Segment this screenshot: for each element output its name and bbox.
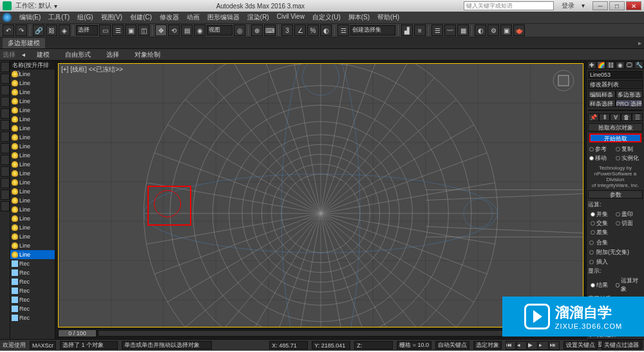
menu-item[interactable]: 工具(T) <box>44 12 73 23</box>
material-editor-button[interactable]: ◐ <box>475 24 486 36</box>
tab-poly-select[interactable]: 多边形选择 <box>616 90 643 98</box>
filter-xrefs-icon[interactable] <box>1 166 10 177</box>
scale-button[interactable]: ▤ <box>181 24 193 36</box>
filter-lights-icon[interactable] <box>1 108 10 119</box>
config-icon[interactable]: ☰ <box>632 113 643 121</box>
hierarchy-tab-icon[interactable]: ⛓ <box>606 61 615 69</box>
play-icon[interactable]: ▶ <box>527 341 538 350</box>
list-item[interactable]: Line <box>10 214 55 223</box>
rollout-parameters[interactable]: 参数 <box>588 190 643 199</box>
op-insert[interactable]: 插入 <box>588 257 643 267</box>
op-imprint[interactable]: 盖印 <box>616 210 640 219</box>
coord-z[interactable]: Z: <box>354 341 393 349</box>
op-intersect[interactable]: 交集 <box>591 219 615 228</box>
show-end-icon[interactable]: Ⅱ <box>599 113 610 121</box>
spinner-snap-button[interactable]: ◐ <box>320 24 332 36</box>
pick-radio[interactable]: 实例化 <box>616 154 641 162</box>
list-item[interactable]: Rec <box>10 295 55 304</box>
select-button[interactable]: ▭ <box>99 24 111 36</box>
goto-end-icon[interactable]: ⏭ <box>549 341 560 350</box>
list-item[interactable]: Line <box>10 241 55 250</box>
set-key-button[interactable]: 设置关键点 <box>564 341 598 349</box>
unique-icon[interactable]: ∀ <box>610 113 621 121</box>
pick-radio[interactable]: 参考 <box>589 145 615 153</box>
list-item[interactable]: Line <box>10 223 55 232</box>
filter-frozen-icon[interactable] <box>1 201 10 211</box>
list-item[interactable]: Line <box>10 79 55 88</box>
menu-item[interactable]: 组(G) <box>73 12 97 23</box>
list-item[interactable]: Line <box>10 115 55 124</box>
list-item[interactable]: Rec <box>10 259 55 268</box>
filter-space-warps-icon[interactable] <box>1 143 10 153</box>
select-region-button[interactable]: ▣ <box>125 24 137 36</box>
menu-item[interactable]: 图形编辑器 <box>204 12 243 23</box>
angle-snap-button[interactable]: ∠ <box>294 24 306 36</box>
coord-x[interactable]: X: 485.71 <box>269 341 308 349</box>
create-tab-icon[interactable]: ✚ <box>587 61 596 69</box>
mirror-button[interactable]: ▟ <box>401 24 413 36</box>
op-merge[interactable]: 合集 <box>588 238 643 248</box>
application-menu-icon[interactable] <box>3 13 12 22</box>
stack-item[interactable]: ⊟ProBoolean <box>589 110 642 111</box>
op-slice[interactable]: 切面 <box>616 219 640 228</box>
object-name-field[interactable]: Line053 <box>588 71 643 79</box>
utilities-tab-icon[interactable]: 🔧 <box>634 61 643 69</box>
help-search-input[interactable]: 键入关键字或短语 <box>464 1 554 10</box>
bind-button[interactable]: ◈ <box>59 24 70 36</box>
rollout-pick-boolean[interactable]: 拾取布尔对象 <box>588 123 643 132</box>
list-item[interactable]: Rec <box>10 268 55 277</box>
display-none-icon[interactable] <box>1 73 10 84</box>
curve-editor-button[interactable]: 〰 <box>444 24 456 36</box>
named-selection-dropdown[interactable]: 创建选择集 <box>350 25 395 35</box>
list-item[interactable]: Line <box>10 124 55 133</box>
scene-explorer-header[interactable]: 名称(按升序排序) <box>10 61 55 70</box>
disp-operands[interactable]: 运算对象 <box>616 277 640 293</box>
menu-item[interactable]: 自定义(U) <box>308 12 345 23</box>
placement-button[interactable]: ◉ <box>194 24 205 36</box>
op-attach[interactable]: 附加(无交集) <box>588 248 643 257</box>
next-frame-icon[interactable]: ▸ <box>538 341 549 350</box>
list-item[interactable]: Line <box>10 70 55 79</box>
modifier-list-dropdown[interactable]: 修改器列表 <box>588 80 643 89</box>
key-filter[interactable]: 选定对象 <box>473 341 502 349</box>
render-button[interactable]: 🫖 <box>513 24 525 36</box>
scene-explorer-list[interactable]: LineLineLineLineLineLineLineLineLineLine… <box>10 70 55 339</box>
ribbon-tab[interactable]: 建模 <box>32 50 55 60</box>
modify-tab-icon[interactable]: 🌈 <box>597 61 606 69</box>
viewport-label[interactable]: [+] [线框] <<已冻结>> <box>61 65 123 74</box>
menu-item[interactable]: 帮助(H) <box>374 12 403 23</box>
menu-item[interactable]: 编辑(E) <box>15 12 44 23</box>
viewport[interactable]: [+] [线框] <<已冻结>> <box>58 63 583 328</box>
rotate-button[interactable]: ⟲ <box>168 24 180 36</box>
filter-shapes-icon[interactable] <box>1 97 10 107</box>
ribbon-tab[interactable]: 对象绘制 <box>129 50 166 60</box>
edit-named-sel-button[interactable]: ☲ <box>337 24 349 36</box>
close-button[interactable]: ✕ <box>626 1 641 10</box>
list-item[interactable]: Line <box>10 142 55 151</box>
list-item[interactable]: Line <box>10 133 55 142</box>
ribbon-tab[interactable]: 自由形式 <box>60 50 96 60</box>
list-item[interactable]: Line <box>10 97 55 106</box>
modifier-stack[interactable]: ⊟ProBoolean运算对象⊟车削Line <box>588 110 643 111</box>
menu-item[interactable]: 渲染(R) <box>243 12 273 23</box>
schematic-view-button[interactable]: ▦ <box>457 24 469 36</box>
maximize-button[interactable]: □ <box>609 1 625 10</box>
auto-key-button[interactable]: 自动关键点 <box>435 341 469 349</box>
link-button[interactable]: 🔗 <box>33 24 44 36</box>
coord-y[interactable]: Y: 2185.041 <box>312 341 350 349</box>
start-pick-button[interactable]: 开始拾取 <box>589 133 641 142</box>
window-crossing-button[interactable]: ◫ <box>138 24 149 36</box>
align-button[interactable]: ≡ <box>414 24 426 36</box>
unlink-button[interactable]: ⛓ <box>46 24 57 36</box>
tab-pro-sel[interactable]: PRO 选择 <box>616 99 643 107</box>
tab-edit-spline[interactable]: 编辑样条线 <box>588 90 616 98</box>
list-item[interactable]: Line <box>10 178 55 187</box>
filter-geometry-icon[interactable] <box>1 85 10 95</box>
filter-helpers-icon[interactable] <box>1 132 10 142</box>
percent-snap-button[interactable]: % <box>307 24 319 36</box>
filter-groups-icon[interactable] <box>1 155 10 165</box>
keyboard-shortcut-button[interactable]: ⌨ <box>264 24 276 36</box>
display-all-icon[interactable] <box>1 62 10 72</box>
select-name-button[interactable]: ☰ <box>112 24 124 36</box>
list-item[interactable]: Rec <box>10 277 55 286</box>
